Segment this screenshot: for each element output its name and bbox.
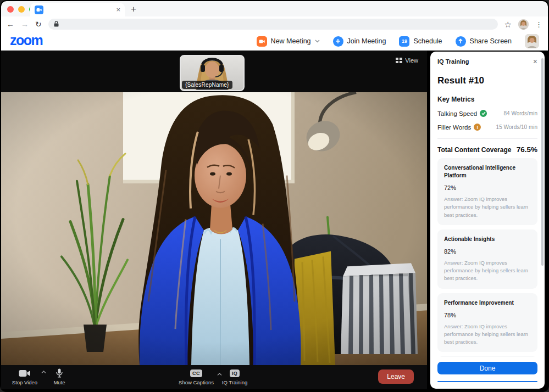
self-video-thumbnail[interactable]: {SalesRepName}	[180, 55, 245, 91]
participant-video	[1, 92, 427, 365]
gallery-view-icon	[396, 58, 402, 63]
view-button[interactable]: View	[396, 57, 418, 64]
check-circle-icon	[480, 110, 487, 117]
total-coverage-label: Total Content Coverage	[437, 146, 511, 154]
meeting-stage: {SalesRepName} View	[1, 51, 427, 391]
microphone-icon	[47, 368, 71, 378]
back-icon[interactable]: ←	[7, 20, 14, 28]
card-title: Conversational Intelligence Platform	[444, 164, 531, 180]
panel-footer-indicator	[437, 381, 537, 382]
metric-row-filler-words: Filler Words ! 15 Words/10 min	[437, 124, 537, 131]
panel-title: IQ Training	[437, 58, 469, 65]
forward-icon[interactable]: →	[21, 20, 29, 28]
coverage-card: Performance Improvement 78% Answer: Zoom…	[437, 293, 537, 352]
camera-icon	[257, 36, 267, 47]
lock-icon	[54, 19, 59, 29]
coverage-card: Actionable Insights 82% Answer: Zoom IQ …	[437, 229, 537, 289]
zoom-profile-avatar[interactable]	[525, 34, 539, 48]
new-meeting-button[interactable]: New Meeting	[257, 36, 320, 47]
video-camera-icon	[7, 368, 43, 378]
card-answer: Answer: Zoom IQ improves performance by …	[444, 195, 531, 219]
panel-scrollbar[interactable]	[541, 58, 544, 266]
result-title: Result #10	[437, 75, 537, 86]
card-title: Performance Improvement	[444, 299, 531, 307]
card-answer: Answer: Zoom IQ improves performance by …	[444, 323, 531, 346]
bookmark-star-icon[interactable]: ☆	[504, 20, 512, 29]
browser-profile-avatar[interactable]	[518, 19, 529, 30]
reload-icon[interactable]: ↻	[35, 20, 42, 28]
show-captions-button[interactable]: CC Show Captions	[175, 368, 218, 385]
metric-value: 84 Words/min	[503, 110, 537, 116]
card-title: Actionable Insights	[444, 236, 531, 243]
card-percent: 72%	[444, 184, 531, 191]
zoom-favicon	[35, 5, 43, 14]
total-coverage-value: 76.5%	[517, 145, 537, 154]
schedule-button[interactable]: 19 Schedule	[399, 36, 442, 47]
iq-training-button[interactable]: IQ IQ Training	[218, 368, 252, 385]
metric-value: 15 Words/10 min	[496, 124, 537, 130]
browser-chrome: × + ← → ↻ ☆ ⋮	[1, 1, 548, 32]
browser-menu-icon[interactable]: ⋮	[535, 21, 542, 28]
new-tab-button[interactable]: +	[131, 4, 136, 15]
panel-divider	[437, 138, 537, 139]
participant-name-label: {SalesRepName}	[182, 81, 232, 89]
toolbar-right: ☆ ⋮	[504, 19, 542, 30]
zoom-logo[interactable]: zoom	[10, 33, 42, 49]
metric-row-talking-speed: Talking Speed 84 Words/min	[437, 110, 537, 117]
mute-button[interactable]: Mute	[47, 368, 71, 385]
coverage-card: Conversational Intelligence Platform 72%…	[437, 158, 537, 225]
close-tab-icon[interactable]: ×	[116, 6, 120, 13]
stop-video-chevron-icon[interactable]	[41, 371, 46, 374]
close-panel-icon[interactable]: ×	[533, 58, 537, 65]
done-button[interactable]: Done	[437, 362, 537, 374]
share-screen-button[interactable]: Share Screen	[456, 36, 512, 47]
iq-training-panel: IQ Training × Result #10 Key Metrics Tal…	[430, 52, 545, 389]
minimize-window-button[interactable]	[18, 6, 25, 13]
card-percent: 82%	[444, 248, 531, 255]
total-coverage-row: Total Content Coverage 76.5%	[437, 145, 537, 154]
iq-icon: IQ	[230, 369, 240, 377]
card-answer: Answer: Zoom IQ improves performance by …	[444, 259, 531, 283]
join-meeting-button[interactable]: Join Meeting	[333, 36, 386, 47]
stop-video-button[interactable]: Stop Video	[7, 368, 43, 385]
close-window-button[interactable]	[7, 6, 14, 13]
chevron-down-icon	[315, 40, 320, 43]
warning-circle-icon: !	[474, 124, 481, 131]
zoom-header: zoom New Meeting Join Meeting 19 Schedul…	[1, 32, 548, 51]
calendar-icon: 19	[399, 36, 409, 47]
leave-button[interactable]: Leave	[378, 369, 414, 384]
meeting-app: {SalesRepName} View	[1, 51, 548, 391]
cc-icon: CC	[190, 369, 202, 377]
browser-window: × + ← → ↻ ☆ ⋮ zoom	[0, 0, 549, 392]
key-metrics-heading: Key Metrics	[437, 96, 537, 103]
browser-tab[interactable]: ×	[30, 3, 125, 16]
panel-header: IQ Training ×	[430, 52, 545, 68]
zoom-header-actions: New Meeting Join Meeting 19 Schedule Sha…	[257, 34, 539, 48]
card-percent: 78%	[444, 312, 531, 318]
browser-toolbar: ← → ↻ ☆ ⋮	[1, 16, 548, 32]
panel-footer: Done	[430, 357, 545, 389]
arrow-up-icon	[456, 36, 466, 47]
meeting-controls: Stop Video Mute CC Show Captions IQ IQ T…	[1, 365, 427, 389]
plus-icon	[333, 36, 343, 47]
stage-top-bar: {SalesRepName} View	[1, 51, 427, 92]
address-bar[interactable]	[48, 19, 498, 30]
panel-scroll-area[interactable]: Result #10 Key Metrics Talking Speed 84 …	[430, 68, 545, 357]
tab-strip: × +	[1, 1, 548, 16]
participant-video-scene	[1, 92, 427, 365]
